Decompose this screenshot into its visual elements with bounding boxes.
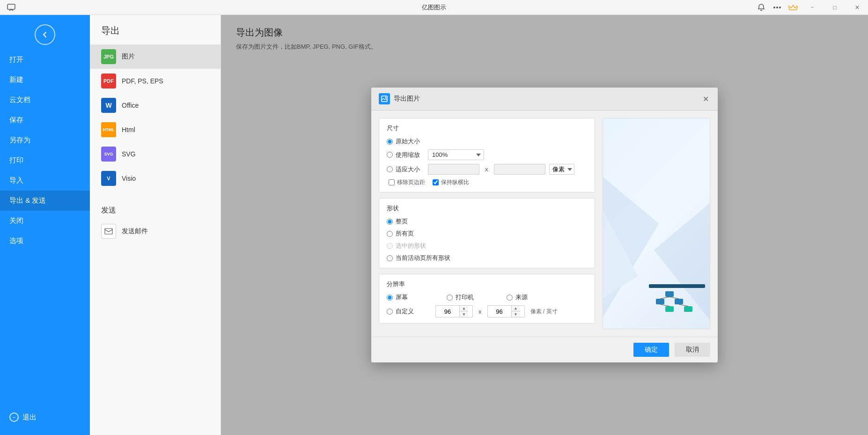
svg-point-3 xyxy=(779,7,781,8)
screen-radio-label[interactable]: 屏幕 xyxy=(387,293,424,302)
custom-y-input[interactable] xyxy=(488,307,511,317)
svg-rect-13 xyxy=(675,299,683,304)
scale-select[interactable]: 100% 50% 75% 150% 200% xyxy=(428,149,484,160)
printer-radio-label[interactable]: 打印机 xyxy=(447,293,484,302)
original-size-radio[interactable] xyxy=(387,139,393,145)
send-email-item[interactable]: 发送邮件 xyxy=(90,219,221,243)
current-page-row: 当前活动页所有形状 xyxy=(387,254,587,262)
notification-icon[interactable] xyxy=(754,0,769,15)
modal-header: 导出图片 ✕ xyxy=(371,88,718,111)
current-page-radio-label[interactable]: 当前活动页所有形状 xyxy=(387,254,450,262)
original-size-row: 原始大小 xyxy=(387,137,587,146)
sidebar-item-new[interactable]: 新建 xyxy=(0,70,90,90)
sidebar-item-options[interactable]: 选项 xyxy=(0,231,90,251)
fit-width-input[interactable]: 2245.04 xyxy=(428,164,479,175)
content-area: 导出为图像 保存为图片文件，比如BMP, JPEG, PNG, GIF格式。 导… xyxy=(221,15,868,435)
sidebar-item-cloud[interactable]: 云文档 xyxy=(0,90,90,110)
scale-radio[interactable] xyxy=(387,152,393,158)
svg-line-18 xyxy=(660,304,669,306)
source-radio-label[interactable]: 来源 xyxy=(507,293,544,302)
remove-margin-label[interactable]: 移除页边距 xyxy=(389,178,425,186)
sidebar-item-logout[interactable]: − 退出 xyxy=(0,407,90,428)
custom-y-stepper[interactable]: ▲ ▼ xyxy=(487,305,525,317)
original-size-radio-label[interactable]: 原始大小 xyxy=(387,137,424,146)
svg-rect-10 xyxy=(649,284,705,288)
export-item-pdf[interactable]: PDF PDF, PS, EPS xyxy=(90,69,221,93)
selected-shapes-radio-label[interactable]: 选中的形状 xyxy=(387,242,426,250)
sidebar-item-export[interactable]: 导出 & 发送 xyxy=(0,191,90,211)
minimize-button[interactable]: － xyxy=(802,0,823,15)
app-title: 亿图图示 xyxy=(422,3,446,12)
fit-size-radio-label[interactable]: 适应大小 xyxy=(387,165,424,174)
svg-rect-4 xyxy=(105,229,112,234)
size-section-title: 尺寸 xyxy=(387,124,587,133)
size-section: 尺寸 原始大小 使用缩放 xyxy=(379,118,595,192)
current-page-radio[interactable] xyxy=(387,255,393,261)
export-item-office[interactable]: W Office xyxy=(90,93,221,118)
custom-x-stepper[interactable]: ▲ ▼ xyxy=(435,305,473,317)
export-image-dialog: 导出图片 ✕ 尺寸 原始大小 xyxy=(371,88,718,362)
logout-icon: − xyxy=(9,413,19,422)
svg-point-1 xyxy=(773,7,775,8)
all-pages-radio-label[interactable]: 所有页 xyxy=(387,229,424,238)
stepper-btns-x: ▲ ▼ xyxy=(459,306,468,317)
export-item-html[interactable]: HTML Html xyxy=(90,118,221,142)
confirm-button[interactable]: 确定 xyxy=(633,343,669,357)
resolution-unit: 像素 / 英寸 xyxy=(530,308,558,316)
maximize-button[interactable]: □ xyxy=(824,0,846,15)
screen-radio[interactable] xyxy=(387,295,393,301)
chat-icon[interactable] xyxy=(4,0,19,15)
stepper-down-y[interactable]: ▼ xyxy=(512,311,520,317)
sidebar-item-save[interactable]: 保存 xyxy=(0,110,90,130)
fit-size-radio[interactable] xyxy=(387,166,393,172)
printer-radio[interactable] xyxy=(447,295,453,301)
full-page-radio-label[interactable]: 整页 xyxy=(387,217,424,226)
modal-title: 导出图片 xyxy=(394,95,701,103)
all-pages-radio[interactable] xyxy=(387,231,393,237)
stepper-down-x[interactable]: ▼ xyxy=(460,311,468,317)
export-item-svg[interactable]: SVG SVG xyxy=(90,142,221,166)
modal-close-button[interactable]: ✕ xyxy=(701,94,710,103)
resolution-options-row: 屏幕 打印机 来源 xyxy=(387,293,587,302)
preview-panel xyxy=(603,118,710,329)
export-item-visio[interactable]: V Visio xyxy=(90,166,221,191)
custom-resolution-radio[interactable] xyxy=(387,309,393,315)
svg-line-17 xyxy=(669,297,679,299)
svg-rect-0 xyxy=(7,4,15,9)
close-button[interactable]: ✕ xyxy=(846,0,868,15)
top-left-actions xyxy=(4,0,19,15)
fit-height-input[interactable]: 1587.4 xyxy=(494,164,545,175)
dots-icon[interactable] xyxy=(770,0,785,15)
svg-rect-11 xyxy=(665,291,674,297)
pdf-icon: PDF xyxy=(101,74,116,88)
sidebar-item-import[interactable]: 导入 xyxy=(0,170,90,191)
sidebar-item-print[interactable]: 打印 xyxy=(0,150,90,170)
jpg-icon: JPG xyxy=(101,49,116,64)
custom-resolution-label[interactable]: 自定义 xyxy=(387,307,424,316)
all-pages-row: 所有页 xyxy=(387,229,587,238)
back-button[interactable] xyxy=(0,15,90,50)
sidebar-item-close[interactable]: 关闭 xyxy=(0,211,90,231)
back-circle-icon[interactable] xyxy=(35,24,55,45)
full-page-radio[interactable] xyxy=(387,219,393,225)
sidebar-item-open[interactable]: 打开 xyxy=(0,50,90,70)
title-bar: 亿图图示 － □ ✕ xyxy=(0,0,868,15)
stepper-up-y[interactable]: ▲ xyxy=(512,306,520,311)
custom-x-input[interactable] xyxy=(436,307,459,317)
resolution-section-title: 分辨率 xyxy=(387,280,587,288)
source-radio[interactable] xyxy=(507,295,513,301)
export-item-image[interactable]: JPG 图片 xyxy=(90,44,221,69)
custom-resolution-row: 自定义 ▲ ▼ x xyxy=(387,305,587,317)
keep-ratio-label[interactable]: 保持纵横比 xyxy=(433,178,469,186)
stepper-up-x[interactable]: ▲ xyxy=(460,306,468,311)
remove-margin-checkbox[interactable] xyxy=(389,179,395,185)
crown-icon[interactable] xyxy=(786,0,801,15)
cancel-button[interactable]: 取消 xyxy=(675,343,710,357)
main-layout: 打开 新建 云文档 保存 另存为 打印 导入 导出 & 发送 关闭 选项 xyxy=(0,15,868,435)
sidebar-item-saveas[interactable]: 另存为 xyxy=(0,130,90,150)
preview-image xyxy=(603,118,710,329)
keep-ratio-checkbox[interactable] xyxy=(433,179,439,185)
scale-radio-label[interactable]: 使用缩放 xyxy=(387,151,424,159)
shape-section-title: 形状 xyxy=(387,204,587,213)
unit-select[interactable]: 像素 英寸 毫米 xyxy=(549,164,574,175)
